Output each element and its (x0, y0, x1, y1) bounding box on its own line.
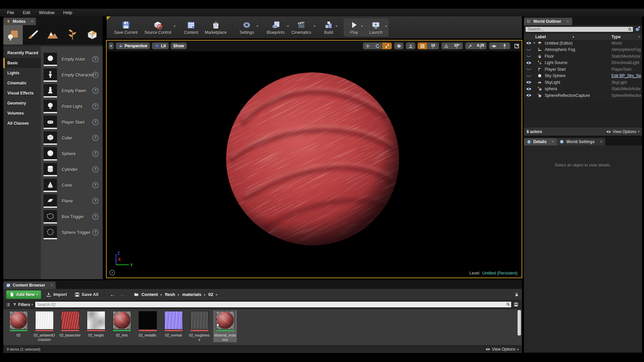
help-icon[interactable]: ? (92, 56, 99, 62)
maximize-viewport-icon[interactable] (514, 43, 520, 49)
asset-tile-02_roughness[interactable]: 02_roughness (187, 310, 211, 342)
filters-button[interactable]: Filters ▾ (13, 302, 33, 307)
tab-content-browser[interactable]: Content Browser × (3, 282, 56, 289)
tab-world-settings[interactable]: World Settings× (557, 138, 605, 145)
tab-details[interactable]: Details× (524, 138, 557, 145)
outliner-column-header[interactable]: Label ▲ Type ▾ (524, 33, 642, 40)
column-type[interactable]: Type (611, 35, 621, 39)
edit-blueprint-link[interactable]: Edit BP_Sky_Sph (611, 73, 641, 78)
grid-snap-button[interactable] (418, 43, 427, 49)
category-visual-effects[interactable]: Visual Effects (3, 88, 41, 98)
toolbar-marketplace-button[interactable]: Marketplace (202, 19, 230, 36)
breadcrumb-02[interactable]: 02 (208, 292, 213, 297)
foliage-mode-button[interactable] (63, 25, 83, 45)
category-recently-placed[interactable]: Recently Placed (3, 48, 41, 58)
outliner-row-untitled-editor-[interactable]: ▼Untitled (Editor)World (524, 40, 642, 47)
outliner-view-options-button[interactable]: View Options ▾ (606, 129, 640, 134)
scale-snap-button[interactable] (465, 43, 475, 49)
expander-icon[interactable]: ▼ (533, 42, 536, 45)
help-icon[interactable]: ? (92, 229, 99, 236)
surface-snap-button[interactable] (406, 43, 415, 49)
eye-open-icon[interactable] (526, 94, 532, 97)
place-item-empty-actor[interactable]: Empty Actor? (41, 51, 103, 67)
lit-mode-button[interactable]: Lit (152, 43, 169, 49)
scale-snap-value[interactable]: 0,25 ▾ (475, 43, 487, 49)
place-item-empty-character[interactable]: Empty Character? (41, 67, 103, 83)
outliner-row-atmospheric-fog[interactable]: Atmospheric FogAtmosphericFog (524, 47, 642, 53)
rotate-tool-button[interactable] (373, 43, 382, 49)
paint-mode-button[interactable] (23, 25, 43, 45)
coordinate-system-button[interactable] (394, 43, 404, 49)
geometry-mode-button[interactable] (83, 25, 102, 45)
tab-modes[interactable]: Modes × (3, 18, 36, 25)
chevron-down-icon[interactable]: ▾ (174, 24, 175, 28)
asset-tile-02_metallic[interactable]: 02_metallic (136, 310, 159, 338)
asset-tile-material_instance[interactable]: *Material_instance (213, 310, 237, 342)
help-icon[interactable]: ? (92, 150, 99, 157)
breadcrumb-materials[interactable]: materials (182, 292, 201, 297)
toolbar-launch-button[interactable]: Launch▾ (366, 19, 386, 36)
asset-tile-02_normal[interactable]: 02_normal (162, 310, 185, 338)
place-mode-button[interactable] (3, 25, 23, 45)
move-tool-button[interactable] (363, 43, 373, 49)
toolbar-source-control-button[interactable]: Source Control▾ (141, 19, 175, 36)
show-button[interactable]: Show (171, 43, 187, 49)
viewport-help-icon[interactable]: ? (109, 270, 115, 276)
tab-world-outliner[interactable]: World Outliner × (524, 18, 572, 25)
outliner-row-sphera[interactable]: spheraStaticMeshActor (524, 86, 642, 93)
toolbar-save-current-button[interactable]: Save Current (111, 19, 141, 36)
outliner-row-light-source[interactable]: Light SourceDirectionalLight (524, 60, 642, 66)
back-button[interactable]: ← (109, 292, 116, 297)
forward-button[interactable]: → (118, 292, 126, 297)
asset-tile-02_ambientocclusion[interactable]: 02_ambientOcclusion (33, 310, 56, 342)
eye-closed-icon[interactable] (526, 48, 532, 52)
breadcrumb-flesh[interactable]: flesh (165, 292, 175, 297)
eye-closed-icon[interactable] (526, 74, 532, 78)
eye-open-icon[interactable] (526, 80, 532, 84)
close-icon[interactable]: × (600, 139, 602, 144)
outliner-row-floor[interactable]: FloorStaticMeshActor (524, 53, 642, 60)
asset-tile-02[interactable]: 02 (7, 310, 30, 338)
content-search-input[interactable] (35, 301, 512, 308)
asset-tile-02_height[interactable]: 02_height (84, 310, 108, 338)
save-all-button[interactable]: Save All (72, 292, 101, 297)
angle-snap-value[interactable]: 10° ▾ (451, 43, 463, 49)
camera-speed-button[interactable] (489, 43, 499, 49)
outliner-row-player-start[interactable]: Player StartPlayerStart (524, 66, 642, 73)
breadcrumb-content[interactable]: Content (142, 292, 158, 297)
eye-closed-icon[interactable] (526, 54, 532, 58)
angle-snap-button[interactable] (441, 43, 451, 49)
chevron-down-icon[interactable]: ▾ (639, 35, 640, 38)
toolbar-play-button[interactable]: Play▾ (346, 19, 362, 36)
column-label[interactable]: Label (535, 35, 546, 39)
eye-closed-icon[interactable] (526, 67, 532, 71)
place-item-box-trigger[interactable]: Box Trigger? (41, 209, 103, 225)
category-cinematic[interactable]: Cinematic (3, 78, 41, 88)
toolbar-build-button[interactable]: Build▾ (321, 19, 336, 36)
chevron-down-icon[interactable]: ▾ (336, 24, 337, 28)
close-icon[interactable]: × (31, 19, 33, 24)
asset-tile-02_inst[interactable]: 02_Inst (110, 310, 133, 338)
menu-file[interactable]: File (3, 10, 18, 15)
save-search-icon[interactable] (514, 302, 519, 307)
help-icon[interactable]: ? (92, 214, 99, 220)
outliner-row-skylight[interactable]: SkyLightSkyLight (524, 79, 642, 86)
asset-tile-02_basecolor[interactable]: 02_basecolor (58, 310, 82, 338)
place-item-sphere[interactable]: Sphere? (41, 146, 103, 162)
place-item-sphere-trigger[interactable]: Sphere Trigger? (41, 225, 103, 240)
help-icon[interactable]: ? (92, 182, 99, 188)
scale-tool-button[interactable] (382, 43, 392, 49)
perspective-button[interactable]: Perspective (116, 43, 150, 49)
place-item-player-start[interactable]: Player Start? (41, 114, 103, 130)
help-icon[interactable]: ? (92, 103, 99, 110)
place-item-plane[interactable]: Plane? (41, 193, 103, 209)
lock-icon[interactable] (514, 292, 519, 297)
close-icon[interactable]: × (552, 139, 554, 144)
sources-panel-icon[interactable] (5, 302, 11, 307)
help-icon[interactable]: ? (92, 119, 99, 125)
create-actor-icon[interactable] (635, 26, 641, 32)
camera-speed-value[interactable]: 4 ▾ (499, 43, 510, 49)
outliner-row-spherereflectioncapture[interactable]: SphereReflectionCaptureSphereReflectionC (524, 92, 642, 99)
chevron-down-icon[interactable]: ▾ (314, 24, 316, 28)
toolbar-content-button[interactable]: Content (181, 19, 202, 36)
